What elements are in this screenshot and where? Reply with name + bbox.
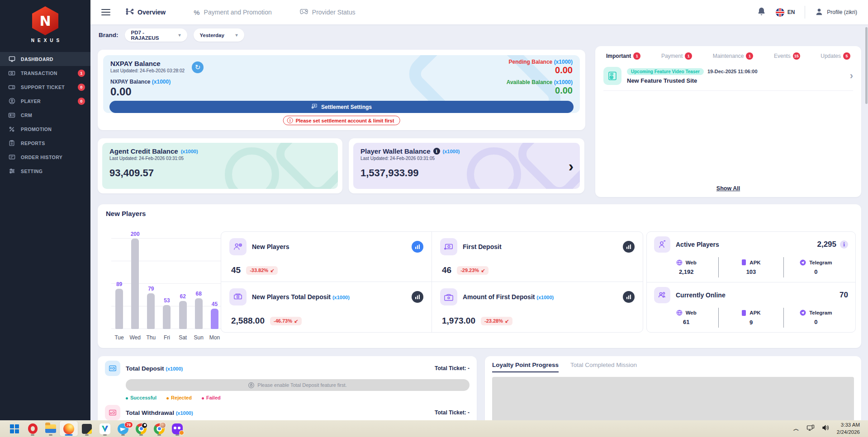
total-ticket-label: Total Ticket: -	[435, 365, 470, 371]
taskbar-notepad[interactable]	[78, 421, 96, 436]
bar-column: 68Sun	[191, 225, 207, 341]
chart-toggle-button[interactable]	[412, 291, 423, 303]
tab-important[interactable]: Important 1	[606, 52, 640, 60]
tab-events[interactable]: Events 15	[774, 52, 800, 60]
brand-select[interactable]: PD7 - RAJAZEUS ▾	[125, 28, 187, 42]
stats-grid: New Players 45 -33.82%↙ First Deposit	[221, 231, 643, 333]
taskbar-chrome-profile-2[interactable]	[150, 421, 168, 436]
tab-overview[interactable]: Overview	[126, 8, 166, 16]
tab-loyalty-point-progress[interactable]: Loyalty Point Progress	[492, 362, 559, 372]
period-select-value: Yesterday	[200, 33, 224, 38]
taskbar-clock[interactable]: 3:33 AM 2/24/2026	[837, 422, 860, 436]
tab-maintenance[interactable]: Maintenance 1	[713, 52, 754, 60]
currently-online-title: Currently Online	[676, 291, 726, 299]
language-selector[interactable]: EN	[776, 8, 795, 17]
tab-badge: 1	[746, 52, 753, 60]
notifications-panel: Important 1 Payment 1 Maintenance 1 Even…	[595, 46, 861, 197]
multiplier-label: (x1000)	[536, 295, 554, 300]
refresh-icon[interactable]: ↻	[192, 61, 204, 73]
profile-menu[interactable]: Profile (zikri)	[815, 8, 857, 17]
notification-item[interactable]: Upcoming Feature Video Teaser 19-Dec-202…	[603, 67, 853, 91]
opera-icon	[28, 423, 38, 434]
sidebar-item-promotion[interactable]: PROMOTION	[0, 122, 90, 136]
tab-updates[interactable]: Updates 5	[821, 52, 850, 60]
taskbar-chrome-profile-1[interactable]	[132, 421, 150, 436]
sidebar-item-transaction[interactable]: TRANSACTION 1	[0, 66, 90, 80]
sidebar-item-label: PROMOTION	[21, 127, 52, 132]
tab-label: Overview	[138, 9, 166, 16]
chevron-right-icon[interactable]: ›	[850, 70, 853, 82]
period-select[interactable]: Yesterday ▾	[194, 28, 244, 42]
taskbar-firefox[interactable]	[60, 421, 78, 436]
bar[interactable]	[179, 301, 187, 329]
bar-value-label: 89	[116, 281, 122, 287]
gamepad-icon	[300, 9, 308, 16]
sidebar-item-order-history[interactable]: ORDER HISTORY	[0, 150, 90, 164]
tab-payment-and-promotion[interactable]: % Payment and Promotion	[194, 9, 272, 16]
nxpay-title: NXPAY Balance	[110, 60, 185, 67]
info-icon[interactable]: i	[840, 240, 848, 249]
bar[interactable]	[131, 239, 139, 329]
network-icon[interactable]	[806, 424, 815, 433]
bar[interactable]	[163, 305, 171, 329]
tray-chevron-up-icon[interactable]: ︿	[793, 425, 799, 433]
down-left-arrow-icon: ↙	[294, 318, 298, 324]
taskbar-owl-app[interactable]	[168, 421, 186, 436]
sidebar-item-support-ticket[interactable]: SUPPORT TICKET 0	[0, 80, 90, 94]
stat-value: 2,588.00	[231, 316, 265, 326]
stat-first-deposit: First Deposit 46 -29.23%↙	[432, 232, 643, 282]
stat-title: First Deposit	[463, 243, 502, 250]
support-ticket-badge: 0	[78, 84, 85, 91]
start-button[interactable]	[5, 421, 24, 436]
bar-column: 53Fri	[159, 225, 175, 341]
total-deposit-title: Total Deposit	[126, 365, 164, 372]
chart-toggle-button[interactable]	[623, 291, 635, 303]
sidebar-menu: DASHBOARD TRANSACTION 1 SUPPORT TICKET 0…	[0, 52, 90, 178]
scrollbar[interactable]	[865, 27, 868, 104]
taskbar-file-explorer[interactable]	[42, 421, 60, 436]
tab-payment[interactable]: Payment 1	[661, 52, 692, 60]
bar[interactable]	[147, 293, 155, 329]
bar-category-label: Sat	[179, 329, 187, 341]
platform-telegram: Telegram 0	[783, 257, 848, 277]
tab-total-completed-mission[interactable]: Total Completed Mission	[570, 362, 637, 368]
bar-column: 45Mon	[207, 225, 223, 341]
speaker-icon[interactable]	[822, 424, 830, 433]
sidebar-item-crm[interactable]: CRM	[0, 108, 90, 122]
monitor-icon	[8, 56, 15, 63]
bar[interactable]	[195, 298, 203, 329]
currently-online-total: 70	[840, 291, 848, 300]
show-all-link[interactable]: Show All	[595, 185, 861, 192]
deposit-disabled-message: Please enable Total Deposit feature firs…	[257, 382, 346, 388]
bar-column: 79Thu	[143, 225, 159, 341]
ticket-icon	[8, 84, 15, 91]
bar-category-label: Sun	[194, 329, 204, 341]
system-tray: ︿ 3:33 AM 2/24/2026	[793, 422, 863, 436]
chart-toggle-button[interactable]	[623, 241, 635, 253]
chevron-right-icon[interactable]: ›	[569, 158, 574, 174]
available-balance-label: Available Balance	[507, 79, 553, 85]
nxpay-inner-panel: NXPAY Balance Last Updated: 24-Feb-2026 …	[103, 55, 580, 113]
info-icon[interactable]: i	[433, 148, 440, 155]
tab-provider-status[interactable]: Provider Status	[300, 9, 356, 16]
hamburger-menu-icon[interactable]	[101, 9, 110, 15]
taskbar-telegram[interactable]: 79	[114, 421, 132, 436]
sidebar-item-dashboard[interactable]: DASHBOARD	[0, 52, 90, 66]
sidebar-item-label: TRANSACTION	[21, 70, 57, 76]
bar[interactable]	[211, 309, 218, 329]
chart-toggle-button[interactable]	[412, 241, 423, 253]
settlement-settings-button[interactable]: Settlement Settings	[109, 101, 574, 113]
bar[interactable]	[115, 289, 123, 329]
multiplier-label: (x1000)	[176, 410, 193, 416]
tab-badge: 15	[793, 52, 800, 60]
tab-label: Events	[774, 53, 791, 59]
sidebar-item-player[interactable]: PLAYER 0	[0, 94, 90, 108]
taskbar-opera[interactable]	[24, 421, 42, 436]
notification-tabs: Important 1 Payment 1 Maintenance 1 Even…	[603, 52, 853, 60]
sidebar-item-reports[interactable]: REPORTS	[0, 136, 90, 150]
sidebar-item-setting[interactable]: SETTING	[0, 164, 90, 178]
taskbar-app-v[interactable]	[96, 421, 114, 436]
nexus-logo: N NEXUS	[0, 0, 90, 47]
windows-taskbar: 79 ︿ 3:33 AM 2/24/2026	[0, 420, 868, 437]
bell-icon[interactable]	[757, 7, 766, 18]
